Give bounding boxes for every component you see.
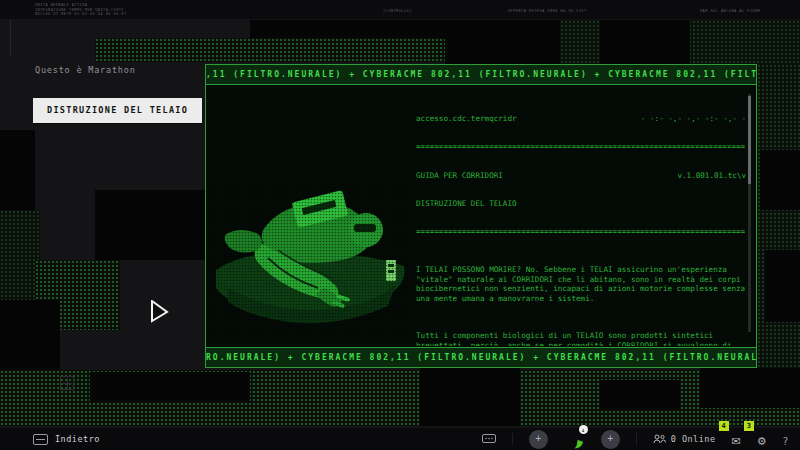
terminal-footer-marquee: RO.NEURALE) + CYBERACME 802,11 (FILTRO.N… <box>206 347 756 367</box>
grid-deco-icon <box>60 376 74 390</box>
back-button[interactable]: Indietro <box>33 434 100 445</box>
menu-item-distruzione-del-telaio[interactable]: DISTRUZIONE DEL TELAIO <box>33 98 202 123</box>
party-slot-add-button[interactable]: + <box>529 430 548 449</box>
system-readout: OFFERTA ESTESA 2894 06.30.2157 <box>508 9 587 14</box>
doc-subtitle: DISTRUZIONE DEL TELAIO <box>416 199 746 208</box>
bg-black-block <box>0 300 60 370</box>
bg-dither-top-row <box>95 38 445 62</box>
bg-dither-right-col <box>757 64 800 368</box>
help-button[interactable]: ? <box>783 430 788 449</box>
access-path: accesso.cdc.termqcridr <box>416 114 517 123</box>
mail-button[interactable]: 4 ✉ <box>732 430 741 449</box>
bg-black-block <box>600 380 680 410</box>
help-icon: ? <box>783 436 788 447</box>
back-label: Indietro <box>55 434 100 444</box>
doc-paragraph: Tutti i componenti biologici di un TELAI… <box>416 331 746 346</box>
destroyed-frame-illustration <box>208 138 414 346</box>
terminal-window: ,11 (FILTRO.NEURALE) + CYBERACME 802,11 … <box>205 64 757 368</box>
page-subtitle: Questo è Marathon <box>35 65 136 75</box>
friends-icon <box>653 434 666 444</box>
party-slot-add-button[interactable]: + <box>601 430 620 449</box>
access-meta: - -:- -,- -,- -:- -,- - <box>641 114 746 123</box>
settings-badge: 3 <box>744 421 754 431</box>
mail-badge: 4 <box>719 421 729 431</box>
system-readout: [CONTROLLO] <box>383 9 412 14</box>
bg-black-block <box>760 150 800 210</box>
bg-black-block <box>0 130 35 210</box>
bg-black-block <box>700 368 800 408</box>
terminal-body: accesso.cdc.termqcridr - -:- -,- -,- -:-… <box>206 86 756 346</box>
download-badge-icon: ↓ <box>579 425 588 434</box>
terminal-document: accesso.cdc.termqcridr - -:- -,- -,- -:-… <box>416 95 746 346</box>
settings-button[interactable]: 3 ⚙ <box>757 430 767 449</box>
bg-black-block <box>95 190 205 260</box>
divider <box>512 433 513 445</box>
bottom-bar: Indietro + ↓ + <box>0 428 800 450</box>
player-emblem[interactable]: ↓ <box>564 429 585 450</box>
system-readout: VAR.SOL ANCORA AL FIORM <box>700 9 760 14</box>
mail-icon: ✉ <box>732 435 741 448</box>
top-system-bar: UNITA NEURALE ATTIVA INTEGRAZIONE TEMPO … <box>0 0 800 20</box>
online-status[interactable]: 0 Online <box>653 434 716 444</box>
doc-version: v.1.001.01.tc\v <box>677 171 746 180</box>
bg-black-block <box>765 250 800 322</box>
system-readout: UNITA NEURALE ATTIVA INTEGRAZIONE TEMPO … <box>35 3 127 17</box>
doc-paragraph: I TELAI POSSONO MORIRE? No. Sebbene i TE… <box>416 265 746 303</box>
terminal-scrollbar[interactable] <box>748 94 751 332</box>
online-count-label: 0 Online <box>671 434 716 444</box>
bg-black-block <box>420 368 520 426</box>
esc-key-icon <box>33 434 48 445</box>
gear-icon: ⚙ <box>757 435 767 448</box>
bg-black-block <box>445 20 560 64</box>
divider-line: ========================================… <box>416 142 746 151</box>
terminal-header-marquee: ,11 (FILTRO.NEURALE) + CYBERACME 802,11 … <box>206 65 756 85</box>
bg-black-block <box>250 20 450 38</box>
divider-line: ========================================… <box>416 227 746 236</box>
divider <box>636 433 637 445</box>
chat-icon[interactable] <box>482 434 496 445</box>
doc-title: GUIDA PER CORRIDORI <box>416 171 503 180</box>
bg-dither-left <box>0 210 40 300</box>
bg-black-block <box>90 372 250 402</box>
terminal-scrollbar-thumb[interactable] <box>748 96 751 184</box>
mouse-cursor <box>150 300 170 326</box>
